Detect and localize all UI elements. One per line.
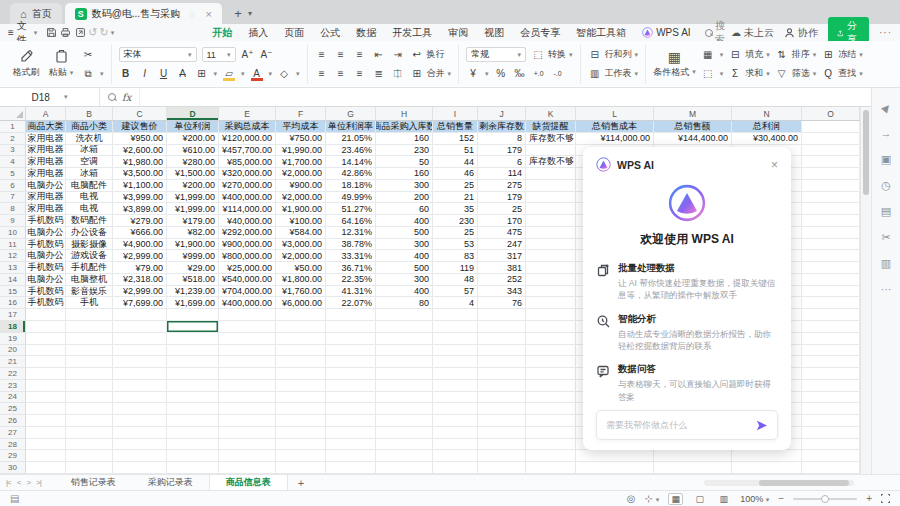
sort-button[interactable]: ⇅排序▾ <box>775 48 817 62</box>
column-header-D[interactable]: D <box>167 107 219 120</box>
menu-tab-会员专享[interactable]: 会员专享 <box>512 24 568 42</box>
cell-F9[interactable]: ¥100.00 <box>276 215 326 227</box>
cell-E24[interactable] <box>219 392 276 404</box>
cell-C11[interactable]: ¥4,900.00 <box>113 239 167 251</box>
row-header-9[interactable]: 9 <box>0 215 26 227</box>
cell-A28[interactable] <box>26 439 66 451</box>
cell-H7[interactable]: 200 <box>376 192 433 204</box>
orientation-icon[interactable]: ⎅ <box>391 67 405 81</box>
row-header-2[interactable]: 2 <box>0 133 26 145</box>
pan-icon[interactable]: ⊹ ▾ <box>645 493 660 504</box>
row-header-23[interactable]: 23 <box>0 380 26 392</box>
cell-I21[interactable] <box>433 356 478 368</box>
menu-tab-插入[interactable]: 插入 <box>240 24 276 42</box>
cell-C17[interactable] <box>113 309 167 321</box>
cell-H23[interactable] <box>376 380 433 392</box>
cell-E9[interactable]: ¥40,000.00 <box>219 215 276 227</box>
cell-B30[interactable] <box>66 462 113 474</box>
menu-tab-审阅[interactable]: 审阅 <box>440 24 476 42</box>
zoom-out-icon[interactable]: − <box>778 493 784 504</box>
rows-cols-button[interactable]: ⊟行和列▾ <box>588 48 639 62</box>
cell-F7[interactable]: ¥2,000.00 <box>276 192 326 204</box>
decrease-decimal-icon[interactable]: -.0 <box>551 67 565 81</box>
cell-H22[interactable] <box>376 368 433 380</box>
cell-D17[interactable] <box>167 309 219 321</box>
cell-B20[interactable] <box>66 345 113 357</box>
cell-G20[interactable] <box>326 345 376 357</box>
cell-H29[interactable] <box>376 450 433 462</box>
borders-icon[interactable]: ⊞ <box>195 67 209 81</box>
cell-D8[interactable]: ¥1,999.00 <box>167 203 219 215</box>
cell-J16[interactable]: 76 <box>478 297 526 309</box>
cell-N29[interactable] <box>732 450 802 462</box>
cell-B1[interactable]: 商品小类 <box>66 121 113 133</box>
thousands-separator-icon[interactable]: ‰ <box>513 67 527 81</box>
cell-A15[interactable]: 手机数码 <box>26 286 66 298</box>
cell-O28[interactable] <box>802 439 860 451</box>
cell-O17[interactable] <box>802 309 860 321</box>
cell-E26[interactable] <box>219 415 276 427</box>
normal-view-icon[interactable]: ▦ <box>668 493 683 505</box>
cell-A11[interactable]: 手机数码 <box>26 239 66 251</box>
cell-B21[interactable] <box>66 356 113 368</box>
row-header-25[interactable]: 25 <box>0 403 26 415</box>
select-all-corner[interactable] <box>0 107 26 120</box>
row-header-20[interactable]: 20 <box>0 345 26 357</box>
cell-E18[interactable] <box>219 321 276 333</box>
cell-K19[interactable] <box>526 333 576 345</box>
cell-K24[interactable] <box>526 392 576 404</box>
column-header-L[interactable]: L <box>576 107 654 120</box>
cell-J9[interactable]: 170 <box>478 215 526 227</box>
cell-H26[interactable] <box>376 415 433 427</box>
cell-K1[interactable]: 缺货提醒 <box>526 121 576 133</box>
cell-I29[interactable] <box>433 450 478 462</box>
row-header-13[interactable]: 13 <box>0 262 26 274</box>
cell-J20[interactable] <box>478 345 526 357</box>
cell-I24[interactable] <box>433 392 478 404</box>
merge-cells-button[interactable]: ⊞合并▾ <box>410 67 452 81</box>
cell-D19[interactable] <box>167 333 219 345</box>
cell-H17[interactable] <box>376 309 433 321</box>
first-sheet-icon[interactable]: |< <box>6 478 11 487</box>
cell-A18[interactable] <box>26 321 66 333</box>
cell-B8[interactable]: 电视 <box>66 203 113 215</box>
cell-C7[interactable]: ¥3,999.00 <box>113 192 167 204</box>
cell-C10[interactable]: ¥666.00 <box>113 227 167 239</box>
cell-G5[interactable]: 42.86% <box>326 168 376 180</box>
cell-K11[interactable] <box>526 239 576 251</box>
cell-D14[interactable]: ¥518.00 <box>167 274 219 286</box>
cell-G23[interactable] <box>326 380 376 392</box>
cell-H30[interactable] <box>376 462 433 474</box>
column-header-O[interactable]: O <box>802 107 860 120</box>
cell-F3[interactable]: ¥1,990.00 <box>276 145 326 157</box>
cell-L1[interactable]: 总销售成本 <box>576 121 654 133</box>
cell-B5[interactable]: 冰箱 <box>66 168 113 180</box>
cell-K29[interactable] <box>526 450 576 462</box>
cell-C9[interactable]: ¥279.00 <box>113 215 167 227</box>
cell-B24[interactable] <box>66 392 113 404</box>
cell-I23[interactable] <box>433 380 478 392</box>
cell-H10[interactable]: 500 <box>376 227 433 239</box>
cell-D9[interactable]: ¥179.00 <box>167 215 219 227</box>
cell-C28[interactable] <box>113 439 167 451</box>
cell-E5[interactable]: ¥320,000.00 <box>219 168 276 180</box>
cell-J2[interactable]: 8 <box>478 133 526 145</box>
cell-J10[interactable]: 475 <box>478 227 526 239</box>
cell-C5[interactable]: ¥3,500.00 <box>113 168 167 180</box>
cell-M2[interactable]: ¥144,400.00 <box>654 133 732 145</box>
cell-D11[interactable]: ¥1,900.00 <box>167 239 219 251</box>
cell-B7[interactable]: 电视 <box>66 192 113 204</box>
cell-L2[interactable]: ¥114,000.00 <box>576 133 654 145</box>
row-header-3[interactable]: 3 <box>0 145 26 157</box>
column-header-J[interactable]: J <box>478 107 526 120</box>
cell-E8[interactable]: ¥114,000.00 <box>219 203 276 215</box>
cell-H9[interactable]: 400 <box>376 215 433 227</box>
cell-C12[interactable]: ¥2,999.00 <box>113 250 167 262</box>
cell-H6[interactable]: 300 <box>376 180 433 192</box>
cell-O3[interactable] <box>802 145 860 157</box>
cell-J11[interactable]: 247 <box>478 239 526 251</box>
cell-K20[interactable] <box>526 345 576 357</box>
cell-G24[interactable] <box>326 392 376 404</box>
cell-G10[interactable]: 12.31% <box>326 227 376 239</box>
column-header-K[interactable]: K <box>526 107 576 120</box>
